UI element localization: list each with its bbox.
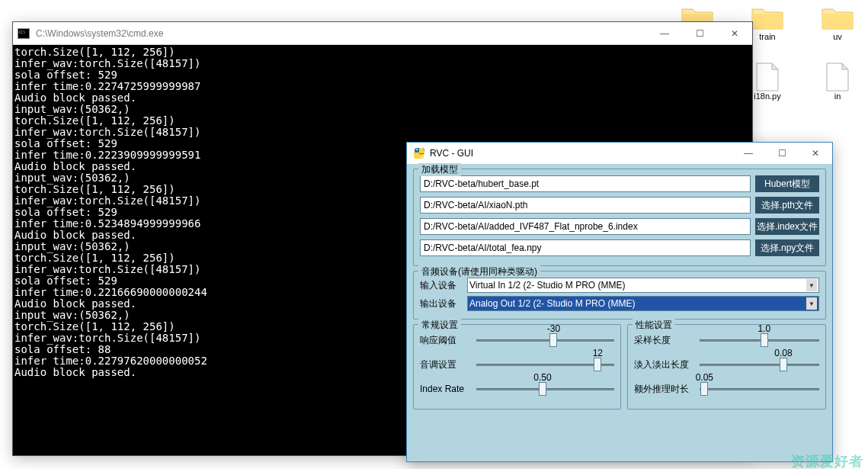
slider-value: 0.08 [774, 348, 792, 358]
watermark: 资源爱好者 [791, 452, 863, 469]
gui-close-button[interactable]: ✕ [799, 143, 832, 164]
slider-label: 采样长度 [634, 334, 693, 347]
model-browse-button-3[interactable]: 选择.npy文件 [755, 239, 819, 256]
maximize-button[interactable]: ☐ [682, 22, 717, 44]
slider[interactable]: -30 [476, 332, 614, 348]
slider[interactable]: 0.05 [700, 381, 819, 397]
file-in[interactable]: in [819, 63, 856, 101]
rvc-gui-window: RVC - GUI — ☐ ✕ 加载模型 Hubert模型选择.pth文件选择.… [406, 142, 833, 462]
gui-title: RVC - GUI [430, 148, 732, 159]
gui-maximize-button[interactable]: ☐ [765, 143, 799, 164]
folder-uv[interactable]: uv [819, 3, 856, 41]
minimize-button[interactable]: — [647, 22, 682, 44]
slider-value: -30 [547, 323, 560, 334]
dropdown-icon: ▼ [806, 279, 817, 291]
close-button[interactable]: ✕ [717, 22, 752, 44]
model-path-input-0[interactable] [420, 175, 751, 192]
model-browse-button-0[interactable]: Hubert模型 [755, 175, 819, 192]
output-device-select[interactable]: Analog Out 1/2 (2- Studio M PRO (MME) ▼ [467, 296, 819, 311]
slider[interactable]: 12 [476, 357, 614, 372]
perf-legend: 性能设置 [633, 319, 675, 332]
model-path-input-1[interactable] [420, 197, 751, 214]
file-i18n[interactable]: i18n.py [749, 63, 786, 101]
slider-value: 12 [593, 348, 603, 358]
svg-point-1 [421, 156, 422, 158]
desktop: TEMP bert_ba se.pt train i18n.py uv [0, 0, 868, 469]
cmd-title: C:\Windows\system32\cmd.exe [36, 28, 647, 39]
slider-label: 淡入淡出长度 [634, 358, 693, 371]
model-browse-button-2[interactable]: 选择.index文件 [755, 218, 819, 235]
model-browse-button-1[interactable]: 选择.pth文件 [755, 197, 819, 214]
folder-train[interactable]: train [749, 3, 786, 41]
cmd-titlebar[interactable]: C:\Windows\system32\cmd.exe — ☐ ✕ [13, 22, 752, 45]
slider[interactable]: 0.50 [476, 381, 614, 397]
input-device-select[interactable]: Virtual In 1/2 (2- Studio M PRO (MME) ▼ [467, 278, 819, 293]
general-legend: 常规设置 [418, 319, 461, 332]
gui-minimize-button[interactable]: — [732, 143, 765, 164]
svg-point-0 [416, 149, 418, 150]
audio-legend: 音频设备(请使用同种类驱动) [418, 265, 540, 278]
gui-body: 加载模型 Hubert模型选择.pth文件选择.index文件选择.npy文件 … [407, 164, 832, 461]
slider-label: Index Rate [420, 384, 470, 394]
python-icon [413, 147, 425, 159]
slider-label: 响应阈值 [420, 334, 470, 347]
slider-value: 1.0 [757, 323, 770, 334]
audio-device-group: 音频设备(请使用同种类驱动) 输入设备 Virtual In 1/2 (2- S… [413, 271, 826, 320]
output-device-label: 输出设备 [420, 297, 463, 310]
cmd-icon [18, 28, 30, 39]
slider-label: 音调设置 [420, 358, 470, 371]
slider[interactable]: 0.08 [700, 357, 819, 372]
model-path-input-2[interactable] [420, 218, 751, 235]
dropdown-icon: ▼ [806, 297, 817, 310]
load-model-group: 加载模型 Hubert模型选择.pth文件选择.index文件选择.npy文件 [413, 169, 826, 266]
perf-settings-group: 性能设置 采样长度 1.0 淡入淡出长度 0.08 额外推理时长 0.05 [627, 324, 826, 410]
slider-label: 额外推理时长 [634, 383, 693, 396]
general-settings-group: 常规设置 响应阈值 -30 音调设置 12 Index Rate 0.50 [413, 324, 621, 410]
gui-titlebar[interactable]: RVC - GUI — ☐ ✕ [407, 143, 832, 164]
load-model-legend: 加载模型 [418, 163, 461, 176]
model-path-input-3[interactable] [420, 239, 751, 256]
slider-value: 0.05 [696, 372, 713, 383]
slider[interactable]: 1.0 [700, 332, 819, 348]
input-device-label: 输入设备 [420, 279, 463, 292]
slider-value: 0.50 [533, 372, 551, 383]
